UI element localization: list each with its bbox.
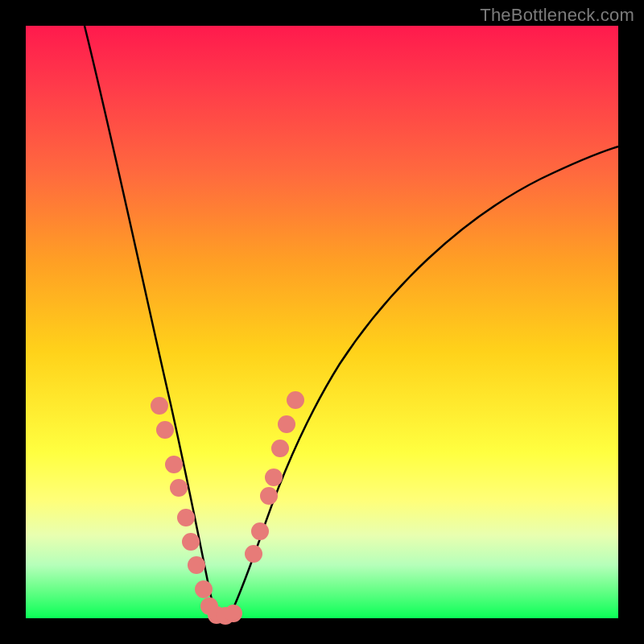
svg-point-16 xyxy=(271,440,289,457)
svg-point-18 xyxy=(287,391,304,409)
svg-point-4 xyxy=(177,509,195,526)
chart-plot-area xyxy=(26,26,618,618)
svg-point-15 xyxy=(265,469,283,486)
scatter-left xyxy=(151,397,242,625)
svg-point-1 xyxy=(156,421,174,439)
svg-point-14 xyxy=(260,487,278,505)
svg-point-12 xyxy=(245,545,262,563)
svg-point-7 xyxy=(195,580,213,598)
curve-right-branch xyxy=(229,147,618,617)
chart-frame: TheBottleneck.com xyxy=(0,0,644,644)
svg-point-2 xyxy=(165,456,183,473)
watermark-text: TheBottleneck.com xyxy=(480,5,634,26)
svg-point-3 xyxy=(170,479,188,497)
curve-left-branch xyxy=(85,26,219,617)
svg-point-11 xyxy=(225,605,242,622)
scatter-right xyxy=(245,391,304,563)
svg-point-0 xyxy=(151,397,168,415)
chart-svg xyxy=(26,26,618,618)
svg-point-13 xyxy=(251,522,269,540)
svg-point-17 xyxy=(278,415,295,433)
svg-point-6 xyxy=(188,556,205,574)
svg-point-5 xyxy=(182,533,200,551)
